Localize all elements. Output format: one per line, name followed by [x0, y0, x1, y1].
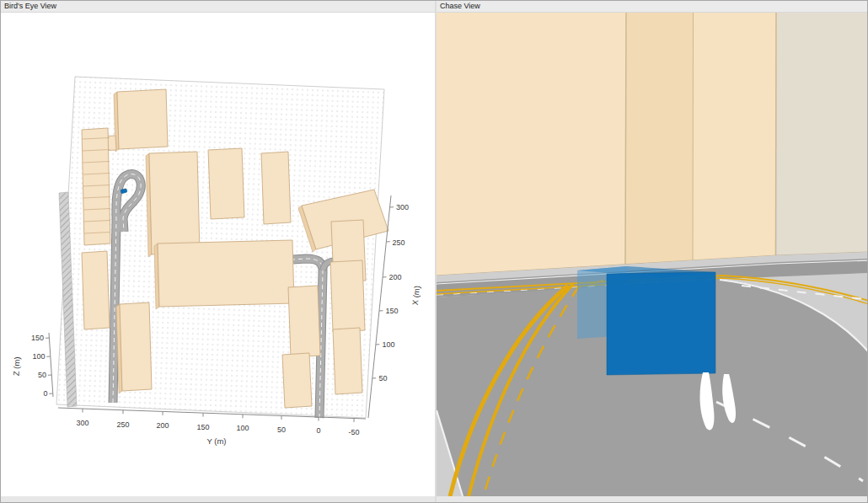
- y-tick: 150: [196, 423, 209, 431]
- chase-canvas: [437, 13, 868, 503]
- building-striped: [82, 128, 110, 245]
- building-long: [158, 240, 294, 307]
- y-tick: 0: [316, 426, 320, 435]
- y-axis-label: Y (m): [206, 436, 226, 446]
- building-walls: [437, 13, 868, 276]
- figure-bottom-margin: [1, 496, 435, 503]
- y-tick: 200: [156, 421, 169, 430]
- building: [288, 286, 320, 357]
- building-wall: [693, 13, 777, 262]
- z-tick: 100: [32, 352, 45, 361]
- ego-box-rear-face: [607, 272, 715, 375]
- building: [149, 152, 200, 254]
- x-tick: 200: [389, 273, 402, 281]
- z-tick: 50: [38, 371, 46, 379]
- chase-title: Chase View: [440, 2, 480, 10]
- z-axis-label: Z (m): [11, 356, 21, 376]
- building: [330, 260, 365, 332]
- figure-bottom-margin: [437, 496, 868, 503]
- birds-eye-plot-area[interactable]: 300 250 200 150 100 50 0 -50 300 250 200…: [1, 13, 435, 503]
- building-wall-far: [777, 13, 868, 256]
- y-tick: 50: [277, 425, 286, 434]
- wall-edge: [776, 13, 777, 257]
- building-wall: [437, 13, 627, 276]
- x-tick: 100: [383, 340, 395, 349]
- building: [333, 328, 362, 394]
- z-axis-tickmarks: [46, 338, 53, 393]
- building: [261, 152, 291, 224]
- x-tick: 250: [393, 238, 405, 247]
- y-tick: 250: [116, 420, 129, 429]
- building: [120, 302, 152, 391]
- building: [82, 251, 110, 329]
- building: [282, 353, 312, 408]
- y-axis-tick-labels: 300 250 200 150 100 50 0 -50: [76, 419, 359, 436]
- y-tick: -50: [348, 428, 359, 436]
- z-axis-line: [49, 333, 53, 397]
- x-tick: 150: [386, 307, 399, 315]
- building-wall: [625, 13, 694, 265]
- y-tick: 300: [76, 419, 88, 427]
- x-axis-label: X (m): [410, 286, 421, 306]
- x-tick: 50: [379, 374, 388, 383]
- z-tick: 0: [43, 389, 47, 398]
- birds-eye-panel: Bird's Eye View: [1, 1, 435, 502]
- building: [208, 148, 244, 219]
- chase-panel: Chase View: [437, 1, 868, 502]
- wall-edge: [693, 13, 694, 261]
- z-tick: 150: [31, 334, 44, 342]
- wall-edge: [625, 13, 626, 264]
- birds-eye-title: Bird's Eye View: [4, 2, 56, 10]
- x-tick: 300: [396, 203, 409, 211]
- building: [117, 89, 168, 149]
- chase-titlebar: Chase View: [437, 1, 868, 13]
- z-axis-tick-labels: 150 100 50 0: [31, 334, 48, 398]
- chase-view-area[interactable]: [437, 13, 868, 503]
- y-tick: 100: [236, 424, 249, 432]
- birds-eye-canvas: 300 250 200 150 100 50 0 -50 300 250 200…: [1, 13, 435, 503]
- simulation-window: Bird's Eye View: [0, 0, 868, 503]
- birds-eye-titlebar: Bird's Eye View: [1, 1, 435, 13]
